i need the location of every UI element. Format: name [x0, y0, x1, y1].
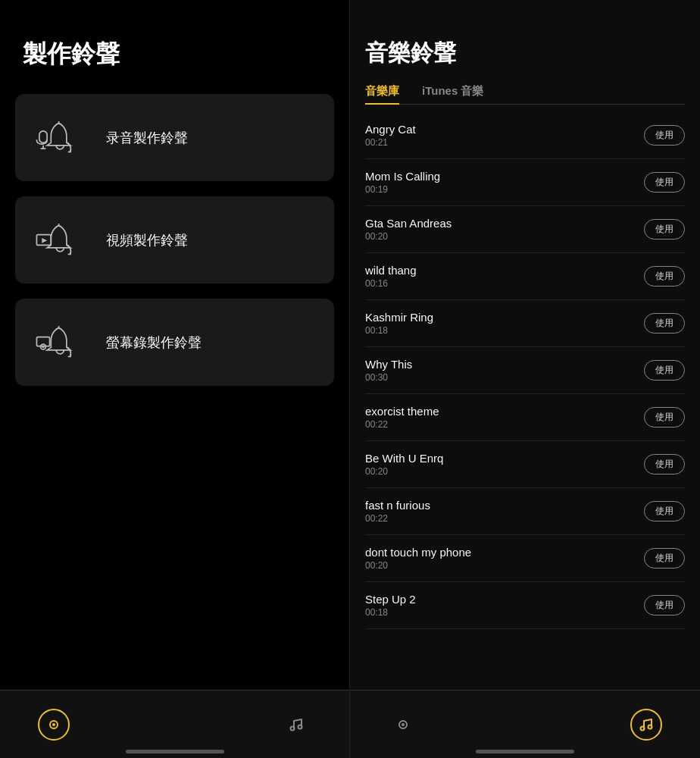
left-home-indicator — [126, 750, 224, 753]
use-button[interactable]: 使用 — [644, 360, 685, 381]
ringtone-name: Be With U Enrq — [365, 452, 443, 465]
use-button[interactable]: 使用 — [644, 219, 685, 240]
left-nav-record-icon[interactable] — [38, 709, 70, 741]
tabs-container: 音樂庫 iTunes 音樂 — [365, 84, 685, 105]
ringtone-item: Step Up 2 00:18 使用 — [365, 582, 685, 629]
ringtone-item: exorcist theme 00:22 使用 — [365, 394, 685, 441]
right-nav-music-icon[interactable] — [630, 709, 662, 741]
ringtone-name: Why This — [365, 358, 412, 371]
ringtone-duration: 00:20 — [365, 466, 443, 477]
use-button[interactable]: 使用 — [644, 266, 685, 287]
left-panel: 製作鈴聲 录音製作鈴聲 — [0, 0, 350, 758]
right-header: 音樂鈴聲 音樂庫 iTunes 音樂 — [350, 0, 700, 112]
video-bell-icon — [30, 218, 83, 263]
record-card[interactable]: 录音製作鈴聲 — [15, 94, 334, 181]
ringtone-name: Step Up 2 — [365, 593, 416, 606]
ringtone-name: Gta San Andreas — [365, 217, 452, 230]
mic-bell-icon — [30, 115, 83, 161]
ringtone-name: wild thang — [365, 264, 417, 277]
tab-library[interactable]: 音樂庫 — [365, 84, 399, 105]
ringtone-item: Kashmir Ring 00:18 使用 — [365, 300, 685, 347]
use-button[interactable]: 使用 — [644, 125, 685, 146]
use-button[interactable]: 使用 — [644, 172, 685, 193]
ringtone-duration: 00:21 — [365, 137, 416, 148]
svg-marker-6 — [42, 238, 47, 243]
right-watermark-placeholder — [494, 709, 555, 740]
ringtone-item: wild thang 00:16 使用 — [365, 253, 685, 300]
svg-rect-1 — [39, 131, 47, 143]
svg-point-14 — [298, 725, 302, 728]
ringtone-name: Kashmir Ring — [365, 311, 433, 324]
ringtone-duration: 00:16 — [365, 278, 417, 289]
ringtone-info: Why This 00:30 — [365, 358, 412, 383]
ringtone-name: fast n furious — [365, 499, 430, 512]
ringtone-item: dont touch my phone 00:20 使用 — [365, 535, 685, 582]
record-card-label: 录音製作鈴聲 — [106, 129, 188, 147]
ringtone-info: dont touch my phone 00:20 — [365, 546, 471, 571]
right-bottom-nav — [350, 690, 700, 758]
use-button[interactable]: 使用 — [644, 595, 685, 615]
ringtone-duration: 00:30 — [365, 372, 412, 383]
left-watermark-placeholder — [145, 709, 205, 740]
screen-bell-icon — [30, 320, 83, 365]
ringtone-info: wild thang 00:16 — [365, 264, 417, 289]
svg-point-13 — [291, 726, 295, 730]
ringtone-info: Step Up 2 00:18 — [365, 593, 416, 618]
ringtone-info: Kashmir Ring 00:18 — [365, 311, 433, 336]
svg-point-16 — [402, 723, 405, 726]
ringtone-duration: 00:22 — [365, 419, 439, 430]
ringtone-duration: 00:18 — [365, 607, 416, 618]
ringtone-list: Angry Cat 00:21 使用 Mom Is Calling 00:19 … — [350, 112, 700, 690]
use-button[interactable]: 使用 — [644, 548, 685, 568]
right-title: 音樂鈴聲 — [365, 38, 685, 69]
video-card-label: 視頻製作鈴聲 — [106, 231, 188, 249]
ringtone-item: Be With U Enrq 00:20 使用 — [365, 441, 685, 488]
screen-record-card[interactable]: 螢幕錄製作鈴聲 — [15, 299, 334, 386]
ringtone-info: exorcist theme 00:22 — [365, 405, 439, 430]
video-card[interactable]: 視頻製作鈴聲 — [15, 196, 334, 283]
svg-point-18 — [648, 725, 652, 728]
right-nav-record-icon[interactable] — [388, 709, 418, 740]
ringtone-item: Angry Cat 00:21 使用 — [365, 112, 685, 159]
ringtone-item: Why This 00:30 使用 — [365, 347, 685, 394]
screen-record-card-label: 螢幕錄製作鈴聲 — [106, 334, 202, 352]
ringtone-duration: 00:18 — [365, 325, 433, 336]
ringtone-name: dont touch my phone — [365, 546, 471, 559]
svg-point-17 — [641, 726, 645, 730]
ringtone-info: Mom Is Calling 00:19 — [365, 170, 440, 195]
use-button[interactable]: 使用 — [644, 454, 685, 475]
ringtone-duration: 00:19 — [365, 184, 440, 195]
tab-itunes[interactable]: iTunes 音樂 — [422, 84, 483, 105]
right-panel: 音樂鈴聲 音樂庫 iTunes 音樂 Angry Cat 00:21 使用 Mo… — [350, 0, 700, 758]
use-button[interactable]: 使用 — [644, 407, 685, 428]
ringtone-name: exorcist theme — [365, 405, 439, 418]
ringtone-item: fast n furious 00:22 使用 — [365, 488, 685, 535]
svg-point-10 — [42, 346, 44, 348]
ringtone-info: Be With U Enrq 00:20 — [365, 452, 443, 477]
ringtone-info: fast n furious 00:22 — [365, 499, 430, 524]
left-nav-music-icon[interactable] — [281, 709, 311, 740]
ringtone-item: Mom Is Calling 00:19 使用 — [365, 159, 685, 206]
ringtone-duration: 00:20 — [365, 560, 471, 571]
use-button[interactable]: 使用 — [644, 313, 685, 334]
use-button[interactable]: 使用 — [644, 501, 685, 522]
ringtone-item: Gta San Andreas 00:20 使用 — [365, 206, 685, 253]
ringtone-name: Angry Cat — [365, 123, 416, 136]
ringtone-duration: 00:20 — [365, 231, 452, 242]
ringtone-info: Angry Cat 00:21 — [365, 123, 416, 148]
ringtone-name: Mom Is Calling — [365, 170, 440, 183]
left-title: 製作鈴聲 — [15, 38, 334, 71]
right-home-indicator — [476, 750, 574, 753]
left-bottom-nav — [0, 690, 349, 758]
svg-point-12 — [52, 723, 55, 726]
ringtone-duration: 00:22 — [365, 513, 430, 524]
ringtone-info: Gta San Andreas 00:20 — [365, 217, 452, 242]
